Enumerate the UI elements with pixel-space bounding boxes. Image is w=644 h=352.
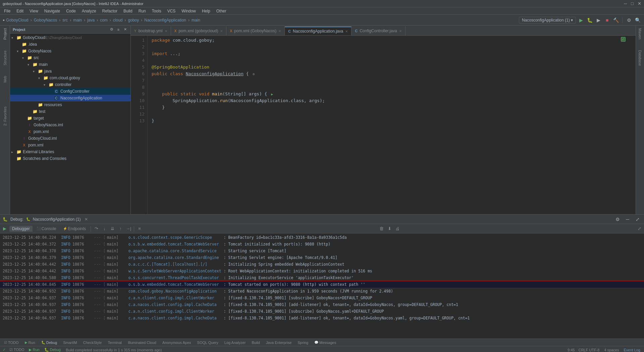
- bottom-tab-illuminated-cloud[interactable]: Illuminated Cloud: [125, 340, 159, 345]
- bottom-tab-soql-query[interactable]: SOQL Query: [195, 340, 221, 345]
- breadcrumb-goboycloud[interactable]: GoboyCloud: [6, 18, 29, 23]
- log-entry-1[interactable]: 2023-12-25 14:40:04.372INFO10876 --- [ma…: [0, 241, 644, 248]
- bottom-tab-todo[interactable]: ☑ TODO: [1, 340, 21, 345]
- project-gear-btn[interactable]: ≡: [116, 27, 121, 32]
- editor-tab-4[interactable]: CConfigController.java✕: [352, 27, 405, 35]
- tree-item-5[interactable]: ▾📁java: [10, 68, 130, 75]
- status-event-log[interactable]: Event Log: [623, 348, 641, 352]
- step-out-btn[interactable]: ↑: [117, 225, 124, 232]
- tree-item-10[interactable]: 📁resources: [10, 101, 130, 108]
- breadcrumb-src[interactable]: src: [62, 18, 68, 23]
- code-editor[interactable]: 12345678910111213 package com.cloud.gobo…: [131, 36, 636, 214]
- bottom-tab-log-analyzer[interactable]: Log Analyzer: [222, 340, 249, 345]
- tab-close-3[interactable]: ✕: [345, 30, 348, 33]
- maximize-btn[interactable]: □: [631, 1, 634, 6]
- code-content[interactable]: package com.cloud.goboy; import ...; @Sp…: [148, 36, 636, 214]
- step-into-btn[interactable]: ↓: [101, 225, 108, 232]
- log-entry-11[interactable]: 2023-12-25 14:40:04.937INFO10876 --- [ma…: [0, 308, 644, 315]
- editor-tab-0[interactable]: Ybootstrap.yml✕: [131, 27, 171, 35]
- menu-run[interactable]: Run: [136, 8, 149, 14]
- tree-item-3[interactable]: ▾📁src: [10, 54, 130, 61]
- log-entry-3[interactable]: 2023-12-25 14:40:04.379INFO10876 --- [ma…: [0, 254, 644, 261]
- editor-tab-2[interactable]: Xpom.xml (GoboyNacos)✕: [226, 27, 285, 35]
- tab-close-2[interactable]: ✕: [278, 29, 281, 33]
- clear-output-btn[interactable]: 🗑: [378, 225, 385, 232]
- breadcrumb-com[interactable]: com: [100, 18, 108, 23]
- status-debug[interactable]: 🐛 Debug: [43, 348, 62, 352]
- build-btn[interactable]: 🔨: [612, 16, 620, 24]
- status-indent[interactable]: 4 spaces: [603, 348, 620, 352]
- run-gutter-icon[interactable]: ✓: [621, 37, 626, 42]
- tree-item-16[interactable]: Xpom.xml: [10, 142, 130, 148]
- menu-tools[interactable]: Tools: [149, 8, 164, 14]
- structure-icon[interactable]: Structure: [2, 49, 8, 67]
- tree-item-9[interactable]: CNacosconfigApplication: [10, 95, 130, 101]
- bottom-tab-smartim[interactable]: SmartIM: [60, 340, 80, 345]
- menu-analyze[interactable]: Analyze: [79, 8, 99, 14]
- minimize-btn[interactable]: ─: [624, 1, 627, 6]
- close-btn[interactable]: ✕: [638, 1, 641, 6]
- editor-tab-1[interactable]: Xpom.xml (goboycloud)✕: [171, 27, 227, 35]
- run-to-cursor-btn[interactable]: →|: [125, 225, 132, 232]
- step-over-btn[interactable]: ↷: [93, 225, 100, 232]
- scroll-to-end-btn[interactable]: ⬇: [386, 225, 393, 232]
- log-entry-10[interactable]: 2023-12-25 14:40:04.937INFO10876 --- [ma…: [0, 301, 644, 308]
- bottom-tab-java-enterprise[interactable]: Java Enterprise: [263, 340, 294, 345]
- status-encoding[interactable]: CRLF UTF-8: [577, 348, 600, 352]
- bottom-tab-messages[interactable]: 💬 Messages: [312, 340, 339, 345]
- debug-btn2[interactable]: 🐛: [586, 16, 593, 24]
- tree-item-12[interactable]: 📁target: [10, 115, 130, 122]
- console-tab[interactable]: ⬛Console: [34, 226, 59, 232]
- menu-help[interactable]: Help: [199, 8, 213, 14]
- editor-tab-3[interactable]: CNacosconfigApplication.java✕: [285, 27, 352, 35]
- log-entry-9[interactable]: 2023-12-25 14:40:04.937INFO10876 --- [ma…: [0, 295, 644, 301]
- tab-close-0[interactable]: ✕: [165, 29, 167, 33]
- settings-btn[interactable]: ⚙: [625, 16, 633, 24]
- tree-item-13[interactable]: IGoboyNacos.iml: [10, 122, 130, 128]
- breadcrumb-goboy[interactable]: goboy: [128, 18, 139, 23]
- debug-panel-settings-btn[interactable]: ⚙: [614, 216, 621, 223]
- menu-navigate[interactable]: Navigate: [42, 8, 63, 14]
- breadcrumb-nacosconfig[interactable]: NacosconfigApplication: [144, 18, 186, 23]
- menu-code[interactable]: Code: [63, 8, 78, 14]
- debug-log[interactable]: 2023-12-25 14:40:04.224INFO10876 --- [ma…: [0, 233, 644, 339]
- favorites-icon[interactable]: 2: Favorites: [2, 105, 8, 127]
- project-close-btn[interactable]: ✕: [122, 27, 128, 32]
- bottom-tab-run[interactable]: ▶ Run: [22, 340, 38, 345]
- print-btn[interactable]: 🖨: [394, 225, 401, 232]
- tree-item-15[interactable]: IGoboyCloud.iml: [10, 135, 130, 142]
- force-step-btn[interactable]: ⇊: [109, 225, 116, 232]
- run-btn[interactable]: ▶: [577, 16, 585, 24]
- breadcrumb-mainmethod[interactable]: main: [192, 18, 200, 23]
- tree-item-11[interactable]: 📁test: [10, 108, 130, 115]
- tree-item-1[interactable]: 📁.idea: [10, 41, 130, 48]
- breadcrumb-goboynacos[interactable]: GoboyNacos: [34, 18, 57, 23]
- evaluate-btn[interactable]: ≡: [136, 225, 143, 232]
- log-entry-6[interactable]: 2023-12-25 14:40:04.580INFO10876 --- [ma…: [0, 274, 644, 281]
- log-entry-7[interactable]: 2023-12-25 14:40:04.845INFO10876 --- [ma…: [0, 281, 644, 288]
- menu-build[interactable]: Build: [121, 8, 135, 14]
- run-with-coverage-btn[interactable]: ▶: [595, 16, 602, 24]
- log-entry-0[interactable]: 2023-12-25 14:40:04.224INFO10876 --- [ma…: [0, 234, 644, 241]
- bottom-tab-build[interactable]: Build: [249, 340, 262, 345]
- debugger-tab[interactable]: Debugger: [9, 226, 33, 232]
- resume-btn[interactable]: ▶: [1, 225, 8, 232]
- tree-item-0[interactable]: ▾📁GoboyCloud E:\ZhangtGoboyCloud: [10, 34, 130, 41]
- breadcrumb-main[interactable]: main: [73, 18, 82, 23]
- tree-item-18[interactable]: 📁Scratches and Consoles: [10, 155, 130, 162]
- bottom-tab-debug[interactable]: 🐛 Debug: [39, 340, 60, 345]
- expand-all-btn[interactable]: ⤢: [636, 225, 643, 232]
- menu-other[interactable]: Other: [214, 8, 229, 14]
- maven-icon[interactable]: Maven: [637, 27, 643, 41]
- log-entry-2[interactable]: 2023-12-25 14:40:04.378INFO10876 --- [ma…: [0, 248, 644, 254]
- menu-refactor[interactable]: Refactor: [100, 8, 120, 14]
- tree-item-2[interactable]: ▾📁GoboyNacos: [10, 48, 130, 54]
- project-icon[interactable]: Project: [2, 27, 8, 41]
- tree-item-8[interactable]: CConfigController: [10, 88, 130, 95]
- breadcrumb-java[interactable]: java: [87, 18, 95, 23]
- database-icon[interactable]: Database: [637, 49, 643, 67]
- project-settings-btn[interactable]: ⚙: [109, 27, 114, 32]
- debug-panel-minimize-btn[interactable]: ─: [624, 216, 631, 223]
- bottom-tab-anonymous-apex[interactable]: Anonymous Apex: [160, 340, 194, 345]
- tree-item-7[interactable]: ▾📁controller: [10, 81, 130, 88]
